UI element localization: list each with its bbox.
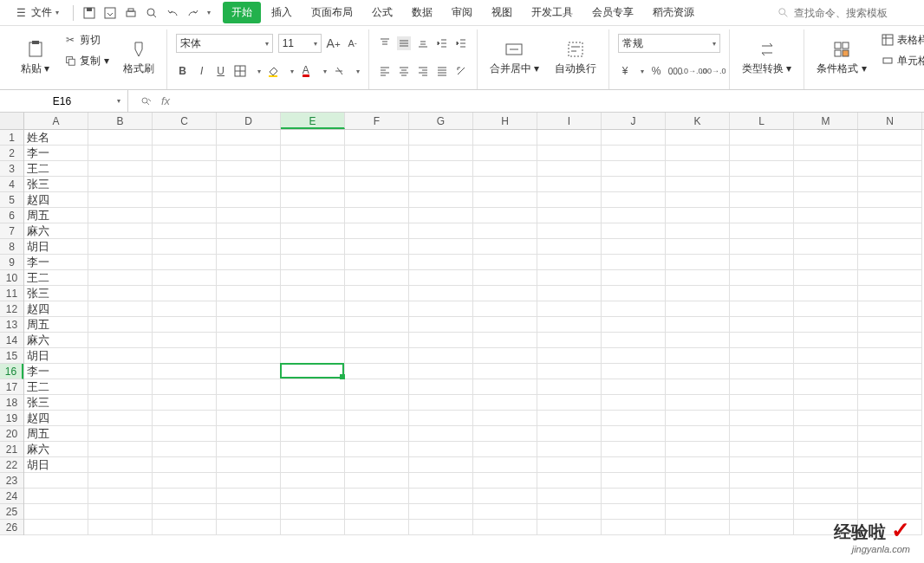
cell[interactable] bbox=[473, 223, 537, 239]
cell[interactable] bbox=[88, 333, 153, 348]
cell[interactable] bbox=[88, 317, 153, 333]
cell[interactable] bbox=[217, 348, 281, 364]
cell[interactable] bbox=[473, 270, 537, 286]
cell[interactable]: 周五 bbox=[24, 317, 88, 333]
col-header-L[interactable]: L bbox=[730, 113, 794, 129]
justify-icon[interactable] bbox=[435, 64, 449, 78]
cell[interactable] bbox=[217, 177, 281, 192]
cell[interactable] bbox=[345, 146, 409, 161]
cell[interactable] bbox=[473, 426, 537, 442]
cell[interactable] bbox=[537, 208, 602, 223]
cell[interactable] bbox=[88, 473, 153, 489]
cell[interactable] bbox=[537, 333, 602, 348]
cell[interactable]: 王二 bbox=[24, 379, 88, 395]
row-header-15[interactable]: 15 bbox=[0, 348, 23, 364]
row-header-13[interactable]: 13 bbox=[0, 317, 23, 333]
cond-format-button[interactable]: 条件格式 ▾ bbox=[813, 29, 869, 85]
cell[interactable] bbox=[730, 286, 794, 301]
cell[interactable] bbox=[345, 473, 409, 489]
tab-dev[interactable]: 开发工具 bbox=[523, 2, 582, 23]
align-middle-icon[interactable] bbox=[397, 36, 411, 50]
col-header-K[interactable]: K bbox=[666, 113, 730, 129]
cell[interactable] bbox=[153, 473, 217, 489]
cell[interactable] bbox=[858, 317, 922, 333]
cell[interactable] bbox=[217, 442, 281, 457]
cell[interactable] bbox=[281, 411, 345, 426]
cell[interactable] bbox=[602, 255, 666, 270]
cell[interactable] bbox=[602, 426, 666, 442]
tab-layout[interactable]: 页面布局 bbox=[303, 2, 361, 23]
col-header-B[interactable]: B bbox=[88, 113, 153, 129]
cell[interactable] bbox=[666, 364, 730, 379]
cell[interactable] bbox=[602, 192, 666, 208]
cell[interactable] bbox=[153, 411, 217, 426]
cell[interactable] bbox=[473, 364, 537, 379]
cell[interactable] bbox=[666, 333, 730, 348]
cell[interactable] bbox=[602, 520, 666, 535]
save-as-icon[interactable] bbox=[103, 6, 117, 20]
cell[interactable] bbox=[281, 520, 345, 535]
cell[interactable] bbox=[217, 395, 281, 411]
cell[interactable] bbox=[153, 239, 217, 255]
cell[interactable] bbox=[537, 457, 602, 473]
cell[interactable] bbox=[602, 130, 666, 146]
cell[interactable] bbox=[217, 520, 281, 535]
paste-button[interactable]: 粘贴 ▾ bbox=[17, 29, 53, 85]
row-header-6[interactable]: 6 bbox=[0, 208, 23, 223]
print-preview-icon[interactable] bbox=[145, 6, 159, 20]
cell[interactable] bbox=[88, 192, 153, 208]
cell[interactable] bbox=[794, 489, 858, 504]
cell[interactable] bbox=[730, 255, 794, 270]
cell[interactable] bbox=[666, 146, 730, 161]
cell[interactable] bbox=[730, 223, 794, 239]
cell[interactable] bbox=[153, 161, 217, 177]
cell[interactable] bbox=[217, 364, 281, 379]
cell[interactable] bbox=[345, 177, 409, 192]
cell[interactable] bbox=[666, 317, 730, 333]
redo-icon[interactable] bbox=[186, 6, 200, 20]
cell[interactable] bbox=[537, 489, 602, 504]
cell[interactable] bbox=[537, 192, 602, 208]
cell[interactable] bbox=[858, 364, 922, 379]
increase-font-icon[interactable]: A+ bbox=[327, 36, 341, 50]
increase-decimal-icon[interactable]: .0→.00 bbox=[687, 64, 701, 78]
cell[interactable] bbox=[281, 208, 345, 223]
cell[interactable]: 赵四 bbox=[24, 411, 88, 426]
cell[interactable] bbox=[666, 379, 730, 395]
cell[interactable] bbox=[730, 489, 794, 504]
cell[interactable] bbox=[88, 395, 153, 411]
cell[interactable]: 赵四 bbox=[24, 301, 88, 317]
cell[interactable] bbox=[409, 442, 473, 457]
cell[interactable] bbox=[153, 286, 217, 301]
cell[interactable] bbox=[281, 301, 345, 317]
tab-insert[interactable]: 插入 bbox=[263, 2, 301, 23]
row-header-20[interactable]: 20 bbox=[0, 426, 23, 442]
col-header-A[interactable]: A bbox=[24, 113, 88, 129]
cell[interactable] bbox=[794, 473, 858, 489]
cell[interactable] bbox=[409, 364, 473, 379]
cell[interactable] bbox=[281, 255, 345, 270]
cell[interactable] bbox=[666, 520, 730, 535]
cell[interactable] bbox=[345, 255, 409, 270]
cell[interactable] bbox=[858, 473, 922, 489]
cell[interactable] bbox=[217, 473, 281, 489]
cell[interactable] bbox=[88, 270, 153, 286]
cell[interactable] bbox=[281, 239, 345, 255]
cell[interactable] bbox=[88, 208, 153, 223]
cell[interactable] bbox=[602, 364, 666, 379]
cell[interactable] bbox=[730, 317, 794, 333]
chevron-down-icon[interactable]: ▾ bbox=[290, 68, 294, 75]
cell[interactable] bbox=[666, 457, 730, 473]
cell[interactable] bbox=[153, 348, 217, 364]
cell[interactable] bbox=[281, 177, 345, 192]
row-header-23[interactable]: 23 bbox=[0, 473, 23, 489]
cell[interactable] bbox=[858, 192, 922, 208]
cell[interactable] bbox=[858, 395, 922, 411]
cell[interactable] bbox=[473, 442, 537, 457]
cell[interactable] bbox=[345, 301, 409, 317]
cell[interactable] bbox=[602, 239, 666, 255]
cell[interactable] bbox=[153, 177, 217, 192]
cell[interactable] bbox=[345, 270, 409, 286]
cell[interactable] bbox=[794, 130, 858, 146]
tab-data[interactable]: 数据 bbox=[403, 2, 441, 23]
